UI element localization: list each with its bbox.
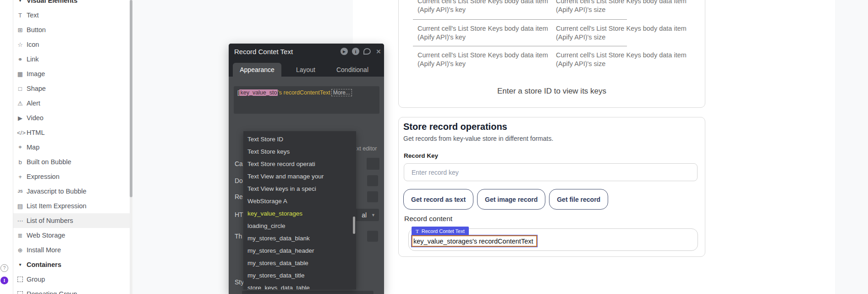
sidebar-item-video[interactable]: ▶Video: [13, 111, 130, 125]
record-content-text-element[interactable]: key_value_storages's recordContentText: [412, 235, 537, 247]
comment-icon[interactable]: [363, 48, 371, 55]
dropdown-option[interactable]: Text Store record operati: [243, 158, 356, 170]
tab-layout[interactable]: Layout: [283, 63, 329, 77]
sidebar-item-image[interactable]: ▦Image: [13, 67, 130, 81]
sidebar-item-built-on-bubble[interactable]: bBuilt on Bubble: [13, 155, 130, 169]
size-cell[interactable]: Current cell's List Store Keys body data…: [556, 24, 707, 42]
sidebar-item-install-more[interactable]: ⊕Install More: [13, 243, 130, 257]
get-file-record-button[interactable]: Get file record: [549, 189, 608, 210]
expression-rest-token[interactable]: 's recordContentText: [278, 89, 330, 96]
field-label-ca: Ca: [235, 159, 243, 168]
tab-appearance[interactable]: Appearance: [233, 63, 281, 77]
style-field-label: Sty: [235, 277, 244, 287]
dropdown-option[interactable]: key_value_storages: [243, 207, 356, 220]
sidebar-item-javascript-to-bubble[interactable]: JSJavascript to Bubble: [13, 184, 130, 199]
dropdown-option[interactable]: WebStorage A: [243, 195, 356, 207]
text-expression-input[interactable]: [ key_value_sto 's recordContentText Mor…: [234, 86, 379, 114]
key-cell[interactable]: Current cell's List Store Keys body data…: [418, 51, 569, 68]
sidebar-item-label: Video: [27, 114, 44, 122]
store-keys-card[interactable]: Current cell's List Store Keys body data…: [398, 0, 705, 108]
record-content-label[interactable]: Record content: [404, 215, 452, 223]
sidebar-item-icon[interactable]: ☆Icon: [13, 37, 130, 52]
sidebar-item-label: Install More: [27, 246, 61, 254]
record-key-input[interactable]: Enter record key: [404, 163, 698, 181]
property-editor-panel[interactable]: Record Contet Text ▶ i ✕ Appearance Layo…: [229, 44, 384, 294]
plus-icon: +: [17, 173, 23, 180]
dropdown-option[interactable]: my_stores_data_table: [243, 257, 356, 269]
key-cell[interactable]: Current cell's List Store Keys body data…: [418, 24, 569, 42]
dropdown-option[interactable]: Text Store ID: [243, 133, 356, 145]
user-avatar[interactable]: I: [0, 277, 8, 284]
sidebar-scrollbar[interactable]: [130, 0, 132, 294]
expression-more-button[interactable]: More...: [331, 89, 352, 96]
expression-selected-token[interactable]: key_value_sto: [239, 89, 278, 96]
tab-conditional[interactable]: Conditional: [330, 63, 375, 77]
sidebar-item-link[interactable]: ⚭Link: [13, 52, 130, 67]
close-icon[interactable]: ✕: [375, 48, 382, 55]
dropdown-option[interactable]: store_keys_data_table: [243, 282, 356, 289]
sidebar-item-text[interactable]: TText: [13, 8, 130, 22]
sidebar-item-shape[interactable]: □Shape: [13, 81, 130, 96]
field-ca-input[interactable]: [367, 158, 379, 170]
install-more-icon: ⊕: [17, 247, 23, 254]
size-cell[interactable]: Current cell's List Store Keys body data…: [556, 51, 707, 68]
size-cell[interactable]: Current cell's List Store Keys body data…: [556, 0, 707, 14]
sidebar-item-label: Javascript to Bubble: [27, 188, 87, 195]
sidebar-section-header[interactable]: ▾Containers: [13, 257, 130, 272]
sidebar-item-label: Shape: [27, 85, 46, 92]
preview-play-icon[interactable]: ▶: [341, 48, 348, 55]
sidebar-item-map[interactable]: ⌖Map: [13, 140, 130, 155]
get-image-record-button[interactable]: Get image record: [477, 189, 545, 210]
field-label-do: Do: [235, 176, 243, 185]
sidebar-item-label: Image: [27, 70, 45, 78]
dropdown-option[interactable]: Text View and manage your: [243, 170, 356, 183]
sidebar-section-header[interactable]: ▾Visual Elements: [13, 0, 130, 8]
video-icon: ▶: [17, 115, 23, 122]
store-record-operations-card[interactable]: Store record operations Get records from…: [398, 117, 705, 257]
sidebar-item-label: Repeating Group: [27, 290, 77, 294]
dropdown-option[interactable]: loading_circle: [243, 220, 356, 232]
star-icon: ☆: [17, 41, 23, 48]
bubble-editor-window: Current cell's List Store Keys body data…: [0, 0, 868, 294]
sidebar-item-label: Link: [27, 55, 39, 63]
dropdown-option[interactable]: Text View keys in a speci: [243, 183, 356, 195]
section-subtitle[interactable]: Get records from key-value store in diff…: [403, 135, 553, 142]
field-re-checkbox[interactable]: [367, 191, 378, 202]
sidebar-item-list-of-numbers[interactable]: ⋯List of Numbers: [13, 213, 130, 228]
key-cell[interactable]: Current cell's List Store Keys body data…: [418, 0, 569, 14]
field-th-checkbox[interactable]: [367, 231, 378, 242]
sidebar-item-label: HTML: [27, 129, 44, 136]
record-key-label[interactable]: Record Key: [404, 152, 438, 159]
dropdown-option[interactable]: my_stores_data_title: [243, 269, 356, 282]
collapse-triangle-icon: ▾: [17, 262, 23, 267]
sidebar-item-html[interactable]: </>HTML: [13, 125, 130, 140]
sidebar-item-web-storage[interactable]: ≣Web Storage: [13, 228, 130, 243]
dropdown-option[interactable]: my_stores_data_header: [243, 244, 356, 257]
dropdown-option[interactable]: my_stores_data_blank: [243, 232, 356, 244]
map-pin-icon: ⌖: [17, 144, 23, 151]
rich-text-editor-link[interactable]: xt editor: [357, 145, 377, 152]
help-icon[interactable]: ?: [0, 264, 8, 272]
sidebar-item-label: Alert: [27, 100, 40, 107]
sidebar-item-repeating-group[interactable]: Repeating Group: [13, 287, 130, 294]
sidebar-item-list-item-expression[interactable]: ▤List Item Expression: [13, 199, 130, 213]
ellipsis-icon: ⋯: [17, 217, 23, 224]
store-id-hint-text[interactable]: Enter a store ID to view its keys: [399, 87, 705, 96]
get-record-as-text-button[interactable]: Get record as text: [403, 189, 473, 210]
list-icon: ▤: [17, 203, 23, 210]
sidebar-item-button[interactable]: ⊞Button: [13, 22, 130, 37]
dropdown-option[interactable]: Text Store keys: [243, 145, 356, 158]
image-icon: ▦: [17, 71, 23, 78]
sidebar-item-alert[interactable]: ⚠Alert: [13, 96, 130, 111]
sidebar-item-label: Button: [27, 26, 46, 33]
info-icon[interactable]: i: [352, 48, 359, 55]
sidebar-item-expression[interactable]: +Expression: [13, 169, 130, 184]
html-icon: </>: [17, 129, 23, 136]
repeating-group-icon: [17, 291, 23, 294]
dropdown-scrollbar[interactable]: [353, 216, 355, 234]
style-select[interactable]: Body 14 ▼: [242, 291, 374, 294]
sidebar-item-group[interactable]: Group: [13, 272, 130, 287]
record-key-placeholder: Enter record key: [412, 169, 459, 176]
section-title[interactable]: Store record operations: [403, 122, 507, 132]
field-do-checkbox[interactable]: [367, 175, 378, 186]
